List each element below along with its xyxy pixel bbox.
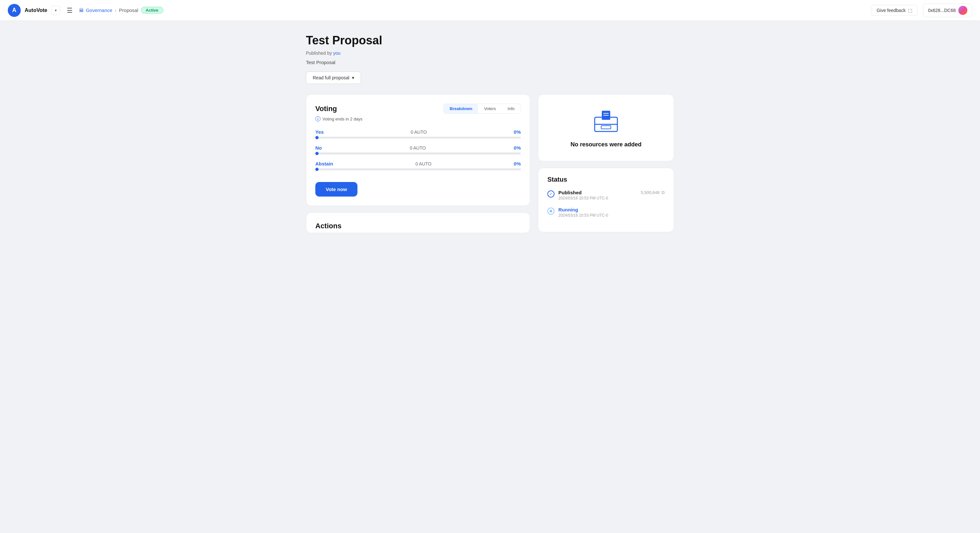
header-left: A AutoVote ▾ ☰ 🏛 Governance › Proposal A… xyxy=(8,4,163,17)
breadcrumb-separator: › xyxy=(115,8,117,13)
tab-voters[interactable]: Voters xyxy=(478,104,502,113)
status-title: Status xyxy=(547,176,665,183)
vote-row-abstain: Abstain 0 AUTO 0% xyxy=(315,161,521,167)
progress-bar-no xyxy=(315,152,521,154)
breadcrumb: 🏛 Governance › Proposal Active xyxy=(79,7,163,14)
page-title: Test Proposal xyxy=(306,34,674,47)
published-by: Published by you xyxy=(306,51,674,56)
status-item-published: ✓ Published 2024/03/16 10:53 PM UTC-0 5,… xyxy=(547,190,665,200)
progress-dot-abstain xyxy=(315,168,318,171)
status-block-published: 5,500,648 ⧉ xyxy=(641,190,665,195)
progress-dot-no xyxy=(315,152,318,155)
read-full-proposal-button[interactable]: Read full proposal ▾ xyxy=(306,71,361,84)
published-by-link[interactable]: you xyxy=(333,51,340,56)
vote-label-yes: Yes xyxy=(315,129,324,135)
vote-pct-abstain: 0% xyxy=(514,161,521,167)
content-grid: Voting Breakdown Voters Info i xyxy=(306,94,674,240)
actions-title: Actions xyxy=(315,222,521,230)
hamburger-icon: ☰ xyxy=(67,7,73,14)
status-card: Status ✓ Published 2024/03/16 10:53 PM U… xyxy=(538,168,674,232)
vote-label-no: No xyxy=(315,145,322,151)
resources-card: No resources were added xyxy=(538,94,674,161)
voting-ends-info: i Voting ends in 2 days xyxy=(315,116,521,121)
status-info-published: Published 2024/03/16 10:53 PM UTC-0 xyxy=(558,190,637,200)
no-resources-text: No resources were added xyxy=(570,141,641,148)
give-feedback-button[interactable]: Give feedback ⬚ xyxy=(871,5,918,16)
wallet-info[interactable]: 0x628...DC68 xyxy=(923,3,972,17)
left-column: Voting Breakdown Voters Info i xyxy=(306,94,530,240)
vote-now-button[interactable]: Vote now xyxy=(315,182,358,197)
right-column: No resources were added Status ✓ Publish… xyxy=(538,94,674,240)
proposal-description: Test Proposal xyxy=(306,60,674,65)
vote-pct-no: 0% xyxy=(514,145,521,151)
info-icon: i xyxy=(315,116,320,121)
status-info-running: Running 2024/03/16 10:53 PM UTC-0 xyxy=(558,207,665,217)
vote-row-yes: Yes 0 AUTO 0% xyxy=(315,129,521,135)
wallet-address: 0x628...DC68 xyxy=(928,8,956,13)
main-content: Test Proposal Published by you Test Prop… xyxy=(296,21,684,252)
tab-info[interactable]: Info xyxy=(502,104,520,113)
status-date-running: 2024/03/16 10:53 PM UTC-0 xyxy=(558,213,665,217)
vote-item-abstain: Abstain 0 AUTO 0% xyxy=(315,161,521,170)
chevron-down-icon: ▾ xyxy=(55,8,57,13)
published-check-icon: ✓ xyxy=(547,190,555,198)
tab-breakdown[interactable]: Breakdown xyxy=(444,104,478,113)
menu-button[interactable]: ☰ xyxy=(64,5,75,16)
avatar: A xyxy=(8,4,21,17)
header-right: Give feedback ⬚ 0x628...DC68 xyxy=(871,3,972,17)
progress-dot-yes xyxy=(315,136,318,139)
voting-tabs: Breakdown Voters Info xyxy=(443,104,521,114)
chevron-down-icon: ▾ xyxy=(352,75,354,80)
wallet-avatar xyxy=(958,6,967,15)
voting-header: Voting Breakdown Voters Info xyxy=(315,104,521,114)
breadcrumb-governance[interactable]: 🏛 Governance xyxy=(79,8,113,13)
governance-icon: 🏛 xyxy=(79,8,84,13)
status-badge: Active xyxy=(141,7,163,14)
vote-amount-abstain: 0 AUTO xyxy=(415,161,432,167)
vote-amount-yes: 0 AUTO xyxy=(410,130,427,135)
dot-inner xyxy=(550,210,552,213)
status-date-published: 2024/03/16 10:53 PM UTC-0 xyxy=(558,196,637,200)
vote-item-yes: Yes 0 AUTO 0% xyxy=(315,129,521,139)
app-header: A AutoVote ▾ ☰ 🏛 Governance › Proposal A… xyxy=(0,0,980,21)
copy-icon[interactable]: ⧉ xyxy=(662,190,665,195)
voting-card: Voting Breakdown Voters Info i xyxy=(306,94,530,206)
running-dot-icon xyxy=(547,208,555,215)
voting-title: Voting xyxy=(315,105,337,113)
vote-pct-yes: 0% xyxy=(514,129,521,135)
status-name-running: Running xyxy=(558,207,665,213)
breadcrumb-proposal: Proposal xyxy=(119,8,138,13)
vote-item-no: No 0 AUTO 0% xyxy=(315,145,521,154)
status-item-running: Running 2024/03/16 10:53 PM UTC-0 xyxy=(547,207,665,217)
empty-inbox-icon xyxy=(592,108,620,135)
actions-card: Actions xyxy=(306,213,530,233)
svg-rect-2 xyxy=(601,125,611,129)
vote-label-abstain: Abstain xyxy=(315,161,333,167)
feedback-icon: ⬚ xyxy=(908,8,912,13)
dropdown-button[interactable]: ▾ xyxy=(51,6,60,15)
vote-row-no: No 0 AUTO 0% xyxy=(315,145,521,151)
vote-amount-no: 0 AUTO xyxy=(410,145,426,151)
progress-bar-abstain xyxy=(315,168,521,170)
status-name-published: Published xyxy=(558,190,637,195)
progress-bar-yes xyxy=(315,136,521,139)
app-name: AutoVote xyxy=(25,8,47,13)
feedback-label: Give feedback xyxy=(877,8,906,13)
